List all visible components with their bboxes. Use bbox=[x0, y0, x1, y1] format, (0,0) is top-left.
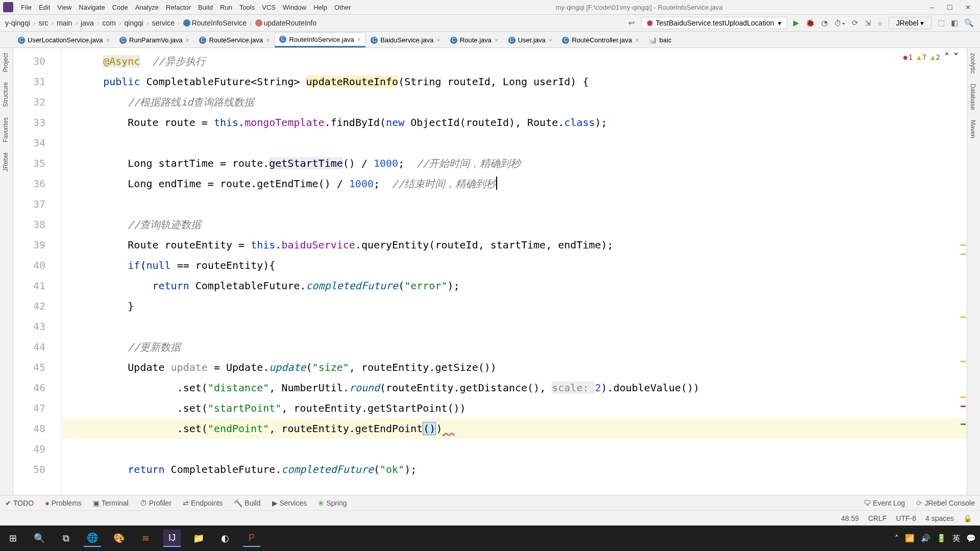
tool-jrebel-console[interactable]: ⟳ JRebel Console bbox=[916, 499, 975, 507]
close-icon[interactable]: × bbox=[106, 36, 110, 44]
menu-navigate[interactable]: Navigate bbox=[75, 4, 108, 11]
system-tray[interactable]: ˄ 📶 🔊 🔋 英 💬 bbox=[895, 534, 976, 543]
obs-icon[interactable]: ◐ bbox=[216, 530, 234, 547]
status-enc[interactable]: UTF-8 bbox=[896, 514, 916, 522]
menu-window[interactable]: Window bbox=[279, 4, 310, 11]
minimize-button[interactable]: ─ bbox=[924, 4, 941, 11]
close-icon[interactable]: × bbox=[549, 36, 553, 44]
tool-jrebel[interactable]: JRebel bbox=[0, 147, 11, 177]
prev-icon[interactable]: ˄ bbox=[944, 51, 949, 63]
breadcrumb-class[interactable]: RouteInfoService bbox=[181, 19, 249, 27]
jrebel-dropdown[interactable]: JRebel ▾ bbox=[889, 17, 932, 29]
errors-badge[interactable]: 1 bbox=[903, 53, 913, 61]
close-icon[interactable]: × bbox=[186, 36, 190, 44]
start-button[interactable]: ⊞ bbox=[4, 530, 21, 547]
breadcrumb[interactable]: com bbox=[100, 19, 117, 27]
powerpoint-icon[interactable]: P bbox=[243, 530, 260, 547]
tool-problems[interactable]: ● Problems bbox=[45, 499, 82, 507]
scroll-markers[interactable] bbox=[959, 48, 966, 495]
chrome-icon[interactable]: 🌐 bbox=[84, 530, 101, 547]
warnings-badge[interactable]: 7 bbox=[917, 53, 926, 61]
tool-favorites[interactable]: Favorites bbox=[0, 112, 11, 147]
tool-eventlog[interactable]: 🗨 Event Log bbox=[864, 499, 905, 507]
menu-view[interactable]: View bbox=[54, 4, 75, 11]
menu-code[interactable]: Code bbox=[109, 4, 132, 11]
tab-userlocationservice[interactable]: CUserLocationService.java× bbox=[13, 32, 114, 47]
breadcrumb[interactable]: y-qingqi bbox=[3, 19, 32, 27]
tool-database[interactable]: Database bbox=[967, 79, 978, 115]
tab-routeservice[interactable]: CRouteService.java× bbox=[194, 32, 274, 47]
ime-indicator[interactable]: 英 bbox=[952, 534, 960, 543]
close-icon[interactable]: × bbox=[635, 36, 639, 44]
close-icon[interactable]: × bbox=[495, 36, 499, 44]
profile-icon[interactable]: ⏱▾ bbox=[831, 19, 849, 28]
menu-tools[interactable]: Tools bbox=[236, 4, 258, 11]
tool-zoolytic[interactable]: zoolytic bbox=[967, 48, 978, 79]
menu-edit[interactable]: Edit bbox=[35, 4, 54, 11]
maximize-button[interactable]: ☐ bbox=[941, 4, 959, 11]
rerun-icon[interactable]: ⟳ bbox=[849, 18, 862, 28]
close-icon[interactable]: × bbox=[357, 36, 361, 43]
wifi-icon[interactable]: 📶 bbox=[905, 534, 915, 543]
status-indent[interactable]: 4 spaces bbox=[925, 514, 954, 522]
tab-baiduservice[interactable]: CBaiduService.java× bbox=[366, 32, 445, 47]
updates-icon[interactable]: ⬚ bbox=[935, 18, 948, 28]
paint-icon[interactable]: 🎨 bbox=[110, 530, 128, 547]
tool-spring[interactable]: ❀ Spring bbox=[318, 499, 347, 507]
breadcrumb[interactable]: java bbox=[79, 19, 96, 27]
close-icon[interactable]: × bbox=[266, 36, 270, 44]
breadcrumb[interactable]: service bbox=[150, 19, 177, 27]
menu-vcs[interactable]: VCS bbox=[258, 4, 279, 11]
tool-services[interactable]: ▶ Services bbox=[272, 499, 307, 507]
tab-baic[interactable]: 📊baic bbox=[644, 32, 676, 47]
tool-structure[interactable]: Structure bbox=[0, 77, 11, 112]
tool-project[interactable]: Project bbox=[0, 48, 11, 77]
close-button[interactable]: ✕ bbox=[959, 4, 977, 11]
tab-routeinfoservice[interactable]: CRouteInfoService.java× bbox=[275, 32, 365, 47]
editor[interactable]: 3031323334 3536373839 4041424344 4546474… bbox=[13, 48, 967, 495]
tab-routecontroller[interactable]: CRouteController.java× bbox=[557, 32, 643, 47]
chevron-up-icon[interactable]: ˄ bbox=[895, 534, 899, 543]
menu-help[interactable]: Help bbox=[310, 4, 331, 11]
inspection-widget[interactable]: 1 7 2 ˄ ˅ bbox=[903, 51, 959, 63]
menu-other[interactable]: Other bbox=[331, 4, 355, 11]
status-lock-icon[interactable]: 🔒 bbox=[963, 514, 972, 522]
tool-todo[interactable]: ✔ TODO bbox=[5, 499, 34, 507]
volume-icon[interactable]: 🔊 bbox=[921, 534, 930, 543]
weak-badge[interactable]: 2 bbox=[930, 53, 940, 61]
breadcrumb-method[interactable]: updateRouteInfo bbox=[253, 19, 319, 27]
back-icon[interactable]: ↩ bbox=[625, 18, 638, 28]
next-icon[interactable]: ˅ bbox=[953, 51, 959, 63]
coverage-icon[interactable]: ◔ bbox=[818, 18, 831, 28]
code-area[interactable]: 1 7 2 ˄ ˅ @Async //异步执行 public Completab… bbox=[63, 48, 967, 495]
breadcrumb[interactable]: main bbox=[55, 19, 74, 27]
search-icon[interactable]: 🔍 bbox=[961, 18, 977, 28]
tool-terminal[interactable]: ▣ Terminal bbox=[93, 499, 129, 507]
tab-runparamvo[interactable]: CRunParamVo.java× bbox=[115, 32, 194, 47]
attach-icon[interactable]: ⇲ bbox=[862, 18, 874, 28]
menu-build[interactable]: Build bbox=[194, 4, 216, 11]
tab-user[interactable]: CUser.java× bbox=[504, 32, 557, 47]
menu-refactor[interactable]: Refactor bbox=[162, 4, 194, 11]
tool-endpoints[interactable]: ⇄ Endpoints bbox=[183, 499, 223, 507]
breadcrumb[interactable]: src bbox=[37, 19, 51, 27]
stop-icon[interactable]: ■ bbox=[874, 19, 885, 28]
menu-file[interactable]: File bbox=[17, 4, 35, 11]
status-eol[interactable]: CRLF bbox=[868, 514, 887, 522]
search-icon[interactable]: 🔍 bbox=[31, 530, 48, 547]
close-icon[interactable]: × bbox=[436, 36, 440, 44]
menu-run[interactable]: Run bbox=[216, 4, 236, 11]
battery-icon[interactable]: 🔋 bbox=[937, 534, 946, 543]
run-config-dropdown[interactable]: ⬟TestBaiduService.testUploadLocation▾ bbox=[641, 17, 788, 29]
status-pos[interactable]: 48:59 bbox=[841, 514, 859, 522]
debug-icon[interactable]: 🐞 bbox=[802, 18, 818, 28]
breadcrumb[interactable]: qingqi bbox=[122, 19, 145, 27]
app-icon[interactable]: ≋ bbox=[137, 530, 154, 547]
tool-profiler[interactable]: ⏱ Profiler bbox=[140, 499, 172, 507]
explorer-icon[interactable]: 📁 bbox=[190, 530, 207, 547]
notification-icon[interactable]: 💬 bbox=[966, 534, 976, 543]
layout-icon[interactable]: ◧ bbox=[948, 18, 961, 28]
tool-build[interactable]: 🔨 Build bbox=[234, 499, 260, 507]
tab-route[interactable]: CRoute.java× bbox=[446, 32, 503, 47]
taskview-icon[interactable]: ⧉ bbox=[57, 530, 75, 547]
